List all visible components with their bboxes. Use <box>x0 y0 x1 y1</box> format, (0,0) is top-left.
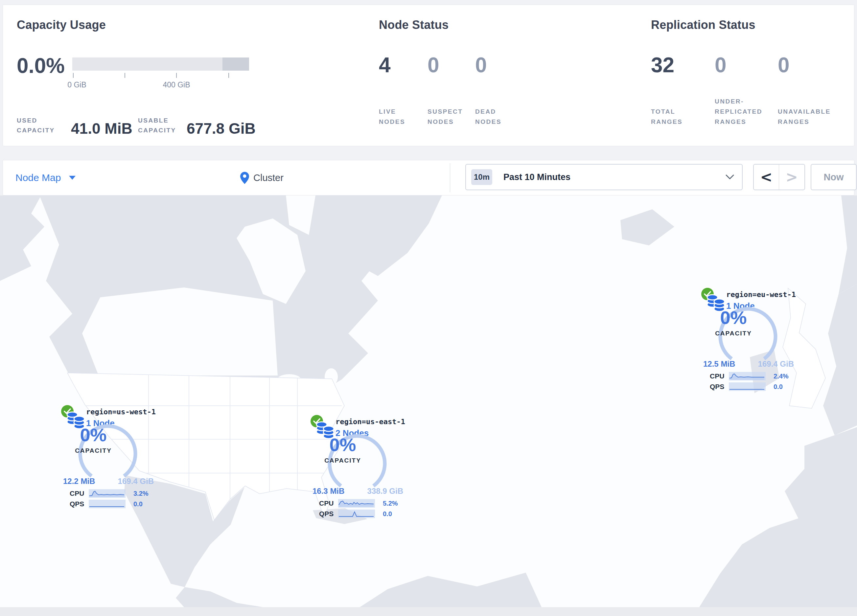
axis-tick-label: 400 GiB <box>162 80 190 90</box>
axis-tick-label: 0 GiB <box>67 80 87 90</box>
cpu-sparkline <box>89 489 125 498</box>
qps-label: QPS <box>319 510 338 518</box>
cpu-label: CPU <box>70 489 89 497</box>
capacity-percent-value: 0.0% <box>17 54 65 78</box>
prairie-gap <box>82 287 278 375</box>
region-name: region=eu-west-1 <box>726 290 796 299</box>
gauge-percent: 0% <box>308 434 377 455</box>
cpu-value: 2.4% <box>773 372 789 380</box>
gauge-capacity-label: CAPACITY <box>699 330 768 337</box>
gauge-percent: 0% <box>699 307 768 328</box>
chevron-down-icon <box>726 174 734 180</box>
axis-tick <box>73 73 74 78</box>
qps-label: QPS <box>70 500 89 508</box>
region-total-capacity: 169.4 GiB <box>758 360 794 369</box>
time-range-label: Past 10 Minutes <box>503 172 571 182</box>
region-marker-eu-west-1[interactable]: region=eu-west-1 1 Node 0% CAPACITY 12.5… <box>699 288 797 396</box>
axis-tick <box>125 73 125 78</box>
landmass <box>176 587 263 607</box>
stat-value: 0 <box>715 53 727 77</box>
landmass <box>838 196 857 294</box>
stat-label: UNAVAILABLE RANGES <box>778 107 840 127</box>
cpu-sparkline <box>729 372 766 380</box>
capacity-usage-title: Capacity Usage <box>17 18 106 32</box>
breadcrumb-cluster-label: Cluster <box>253 173 283 183</box>
axis-tick <box>176 73 177 78</box>
capacity-usage-bar: 0 GiB 400 GiB <box>72 57 249 94</box>
stat-value: 4 <box>379 53 391 77</box>
usable-capacity-label: USABLE CAPACITY <box>138 116 181 135</box>
gauge-percent: 0% <box>59 424 128 446</box>
cpu-sparkline <box>338 499 375 508</box>
footer-strip <box>0 607 857 616</box>
usable-capacity-value: 677.8 GiB <box>187 120 256 137</box>
suspect-nodes-stat: 0 SUSPECT NODES <box>427 5 473 146</box>
used-capacity-label: USED CAPACITY <box>17 116 60 135</box>
landmass <box>620 209 674 245</box>
qps-value: 0.0 <box>133 500 142 508</box>
stat-value: 0 <box>427 53 439 77</box>
capacity-bar-nonusable-segment <box>223 57 249 71</box>
stat-label: TOTAL RANGES <box>651 107 694 127</box>
breadcrumb[interactable]: Cluster <box>240 160 283 195</box>
cpu-label: CPU <box>710 372 729 380</box>
capacity-usage-panel: Capacity Usage 0.0% 0 GiB 400 GiB USED C… <box>16 5 364 146</box>
total-ranges-stat: 32 TOTAL RANGES <box>651 5 700 146</box>
live-nodes-stat: 4 LIVE NODES <box>379 5 422 146</box>
landmass <box>823 284 857 435</box>
qps-value: 0.0 <box>383 510 392 518</box>
qps-sparkline <box>729 383 766 391</box>
stat-label: SUSPECT NODES <box>427 107 470 127</box>
replication-status-panel: Replication Status 32 TOTAL RANGES 0 UND… <box>646 5 856 146</box>
region-used-capacity: 12.5 MiB <box>703 360 735 369</box>
region-used-capacity: 16.3 MiB <box>312 486 344 496</box>
qps-value: 0.0 <box>773 383 783 391</box>
stat-label: UNDER-REPLICATED RANGES <box>715 96 773 127</box>
gauge-capacity-label: CAPACITY <box>308 457 377 464</box>
used-capacity-value: 41.0 MiB <box>71 120 132 137</box>
node-map: region=us-west-1 1 Node 0% CAPACITY 12.2… <box>0 196 857 607</box>
cpu-value: 5.2% <box>383 500 398 507</box>
next-time-window-button[interactable]: > <box>779 165 804 190</box>
stat-value: 32 <box>651 53 674 77</box>
dead-nodes-stat: 0 DEAD NODES <box>475 5 521 146</box>
world-map <box>0 196 857 607</box>
stat-label: DEAD NODES <box>475 107 515 127</box>
cpu-label: CPU <box>319 499 338 507</box>
region-total-capacity: 338.9 GiB <box>367 486 403 496</box>
cluster-summary-bar: Capacity Usage 0.0% 0 GiB 400 GiB USED C… <box>3 5 854 146</box>
time-window-pager: < > <box>753 164 805 190</box>
unavailable-ranges-stat: 0 UNAVAILABLE RANGES <box>778 5 843 146</box>
region-name: region=us-west-1 <box>86 408 156 416</box>
stat-label: LIVE NODES <box>379 107 419 127</box>
time-range-badge: 10m <box>471 169 492 185</box>
qps-sparkline <box>338 509 375 518</box>
view-selector-label: Node Map <box>15 172 61 183</box>
now-button[interactable]: Now <box>811 164 857 190</box>
under-replicated-ranges-stat: 0 UNDER-REPLICATED RANGES <box>715 5 774 146</box>
time-range-dropdown[interactable]: 10m Past 10 Minutes <box>465 164 743 190</box>
node-status-panel: Node Status 4 LIVE NODES 0 SUSPECT NODES… <box>376 5 633 146</box>
region-total-capacity: 169.4 GiB <box>118 477 154 486</box>
landmass <box>699 502 857 607</box>
qps-sparkline <box>89 500 125 508</box>
stat-value: 0 <box>778 53 790 77</box>
cpu-value: 3.2% <box>133 490 149 497</box>
region-marker-us-west-1[interactable]: region=us-west-1 1 Node 0% CAPACITY 12.2… <box>59 405 157 514</box>
landmass <box>360 573 541 607</box>
landmass <box>0 196 44 281</box>
qps-label: QPS <box>710 383 729 391</box>
map-pin-icon <box>240 172 249 184</box>
chevron-down-icon <box>69 176 76 180</box>
region-name: region=us-east-1 <box>336 418 405 426</box>
view-selector-dropdown[interactable]: Node Map <box>15 160 76 195</box>
map-toolbar: Node Map Cluster 10m Past 10 Minutes < >… <box>3 160 854 196</box>
region-used-capacity: 12.2 MiB <box>63 477 95 486</box>
previous-time-window-button[interactable]: < <box>754 165 779 190</box>
gauge-capacity-label: CAPACITY <box>59 447 128 454</box>
region-marker-us-east-1[interactable]: region=us-east-1 2 Nodes 0% CAPACITY 16.… <box>308 415 407 523</box>
stat-value: 0 <box>475 53 487 77</box>
axis-tick <box>228 73 229 78</box>
